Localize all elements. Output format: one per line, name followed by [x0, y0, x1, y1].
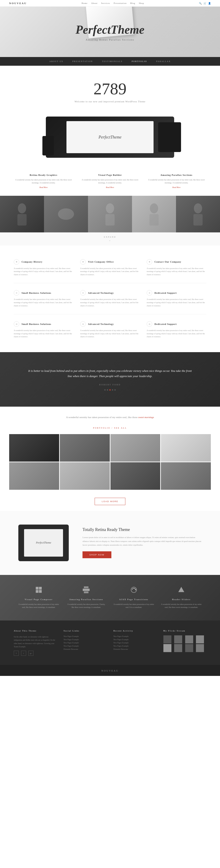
shop-now-button[interactable]: SHOP NOW — [82, 551, 111, 558]
portfolio-item-7[interactable] — [110, 462, 160, 490]
company-title-5: Dedicated Support — [155, 292, 177, 294]
social-link-3[interactable]: New Pages Example — [64, 642, 107, 644]
parallax-title-3: Header Sliders — [161, 598, 202, 600]
gallery-img-1[interactable] — [0, 196, 44, 232]
nav-about[interactable]: About — [91, 2, 98, 4]
serenity-link[interactable]: sweet mornings — [138, 416, 154, 418]
social-link-2[interactable]: New Pages Example — [64, 639, 107, 641]
monitor-screen: PerfectTheme — [66, 121, 154, 153]
nav-presentation[interactable]: Presentation — [114, 2, 127, 4]
parallax-features-section: Visual Page Composer A wonderful serenit… — [0, 575, 220, 620]
company-icon-8: ◎ — [147, 321, 152, 327]
company-item-0: ⊕ Company History A wonderful serenity h… — [14, 257, 73, 279]
recent-link-2[interactable]: New Pages Example — [113, 639, 157, 641]
account-icon[interactable]: 👤 — [208, 2, 211, 5]
facebook-icon[interactable]: f — [14, 651, 19, 656]
retina-device-mockup: PerfectTheme — [18, 525, 69, 561]
cart-icon[interactable]: 🛒 — [203, 2, 206, 5]
nav-shop[interactable]: Shop — [139, 2, 144, 4]
portfolio-item-6[interactable] — [60, 462, 110, 490]
portfolio-item-3[interactable] — [110, 434, 160, 462]
twitter-icon[interactable]: t — [21, 651, 26, 656]
company-icon-7: ◎ — [80, 321, 86, 327]
company-text-8: A wonderful serenity has taken possessio… — [147, 329, 206, 338]
parallax-title-0: Visual Page Composer — [18, 598, 59, 600]
footer-social-title: Social Links — [64, 630, 107, 632]
company-item-8: ◎ Dedicated Support A wonderful serenity… — [147, 319, 206, 341]
subnav-presentation[interactable]: PRESENTATION — [73, 60, 93, 63]
social-link-4[interactable]: New Pages Example — [64, 645, 107, 647]
company-title-3: Small Business Solutions — [22, 292, 51, 294]
portfolio-label[interactable]: PORTFOLIO / SEE ALL — [93, 427, 127, 429]
company-item-4: ⊙ Advanced Technology A wonderful sereni… — [80, 288, 140, 310]
gallery-img-5[interactable] — [176, 196, 220, 232]
flickr-thumb-4[interactable] — [196, 636, 204, 643]
subnav-portfolio[interactable]: PORTFOLIO — [132, 60, 147, 63]
company-grid: ⊕ Company History A wonderful serenity h… — [14, 257, 206, 279]
footer-flickr-title: My Flickr Stream — [163, 630, 207, 632]
flickr-thumb-3[interactable] — [185, 636, 193, 643]
hero-subtitle: Amazing Bonus Parallax Sections — [86, 38, 134, 41]
svg-rect-14 — [84, 586, 88, 588]
search-icon[interactable]: 🔍 — [199, 2, 202, 5]
portfolio-item-8[interactable] — [161, 462, 211, 490]
gallery-img-4[interactable] — [132, 196, 176, 232]
flickr-thumb-5[interactable] — [163, 644, 171, 652]
flickr-thumb-2[interactable] — [174, 636, 182, 643]
nav-icon-group: 🔍 🛒 👤 — [199, 2, 211, 5]
feature-retina-link[interactable]: Read More — [39, 186, 48, 188]
portfolio-grid — [0, 432, 220, 492]
company-text-4: A wonderful serenity has taken possessio… — [80, 298, 140, 307]
footer-about-title: About This Theme — [14, 630, 57, 632]
parallax-text-3: A wonderful serenity has taken possessio… — [161, 603, 202, 609]
load-more-button[interactable]: LOAD MORE — [94, 498, 126, 505]
recent-link-4[interactable]: New Pages Example — [113, 645, 157, 647]
flickr-thumb-6[interactable] — [174, 644, 182, 652]
company-icon-3: ⊙ — [14, 290, 19, 296]
dot-5[interactable] — [114, 389, 116, 391]
googleplus-icon[interactable]: g+ — [28, 651, 33, 656]
flickr-thumb-8[interactable] — [196, 644, 204, 652]
parallax-grid: Visual Page Composer A wonderful serenit… — [18, 586, 202, 609]
dot-4[interactable] — [112, 389, 113, 391]
company-section: ⊕ Company History A wonderful serenity h… — [0, 245, 220, 352]
company-text-6: A wonderful serenity has taken possessio… — [14, 329, 73, 338]
subnav-about[interactable]: ABOUT US — [49, 60, 63, 63]
company-icon-6: ◎ — [14, 321, 19, 327]
gallery-img-3[interactable] — [88, 196, 132, 232]
nav-blog[interactable]: Blog — [130, 2, 135, 4]
portfolio-item-4[interactable] — [161, 434, 211, 462]
recent-link-5[interactable]: Elements Showcase — [113, 648, 157, 650]
subnav-parallax[interactable]: PARALLAX — [156, 60, 171, 63]
social-link-5[interactable]: Elements Showcase — [64, 648, 107, 650]
gallery-img-2[interactable] — [44, 196, 88, 232]
nav-services[interactable]: Services — [101, 2, 110, 4]
retina-title: Totally Retina Ready Theme — [82, 527, 202, 532]
site-logo[interactable]: NOUVEAU — [9, 2, 27, 5]
recent-link-1[interactable]: New Pages Example — [113, 636, 157, 638]
portfolio-item-1[interactable] — [9, 434, 59, 462]
flickr-thumb-1[interactable] — [163, 636, 171, 643]
company-title-1: Visit Company Office — [88, 260, 114, 263]
company-title-0: Company History — [22, 260, 43, 263]
dot-3[interactable] — [109, 389, 111, 391]
recent-link-3[interactable]: New Pages Example — [113, 642, 157, 644]
expand-bar[interactable]: EXPAND ⌄ — [0, 232, 220, 245]
social-link-1[interactable]: New Pages Example — [64, 636, 107, 638]
feature-parallax-link[interactable]: Read More — [172, 186, 181, 188]
nav-home[interactable]: Home — [82, 2, 87, 4]
portfolio-item-2[interactable] — [60, 434, 110, 462]
svg-rect-12 — [39, 590, 42, 593]
dot-1[interactable] — [104, 389, 106, 391]
serenity-text: A wonderful serenity has taken possessio… — [9, 416, 211, 418]
dot-2[interactable] — [107, 389, 108, 391]
divider-2 — [14, 314, 206, 314]
feature-builder-link[interactable]: Read More — [106, 186, 114, 188]
flickr-thumb-7[interactable] — [185, 644, 193, 652]
portfolio-item-5[interactable] — [9, 462, 59, 490]
svg-rect-11 — [36, 590, 38, 593]
subnav-testimonials[interactable]: TESTIMONIALS — [102, 60, 122, 63]
hero-title: PerfectTheme — [76, 23, 144, 36]
device-mockup: PerfectTheme — [46, 117, 174, 158]
quote-text: It is better to lead from behind and to … — [28, 368, 192, 379]
